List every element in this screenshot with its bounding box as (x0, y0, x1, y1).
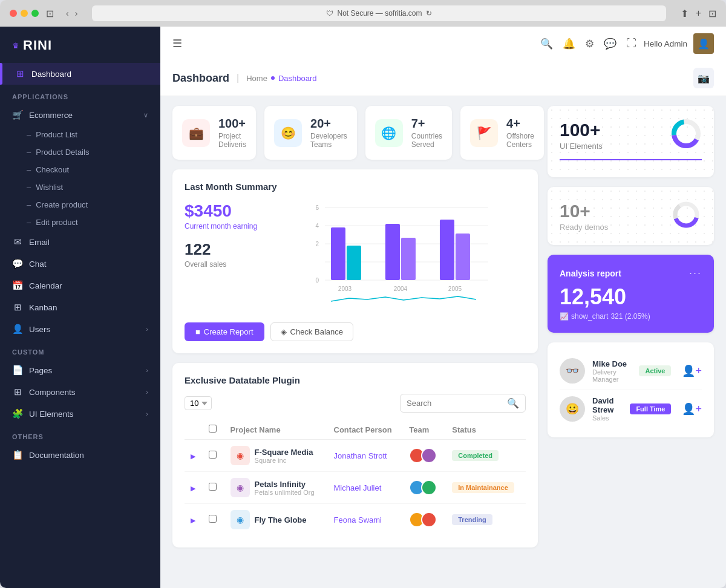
traffic-lights (10, 10, 39, 17)
right-column: 100+ UI Elements (548, 106, 714, 578)
status-badge: Trending (452, 514, 492, 525)
svg-rect-9 (331, 227, 345, 280)
maximize-button[interactable] (31, 10, 39, 17)
content-area: 💼 100+ Project Deliveris 😊 20+ Developer… (160, 96, 726, 588)
sidebar-item-dashboard[interactable]: ⊞ Dashboard (0, 63, 160, 85)
logo-crown-icon: ♛ (12, 41, 19, 50)
sidebar-item-ecommerce[interactable]: 🛒 Ecommerce ∨ (0, 104, 160, 126)
status-badge: In Maintainance (452, 482, 514, 493)
back-icon[interactable]: ‹ (66, 8, 69, 18)
sidebar-item-calendar[interactable]: 📅 Calendar (0, 275, 160, 296)
table-row: ▶ ◉ Petals Infinity Petals unlimited Org… (185, 472, 526, 504)
settings-icon[interactable]: ⚙ (585, 38, 594, 50)
section-custom: Custom (0, 340, 160, 359)
sidebar-toggle-icon[interactable]: ⊡ (46, 8, 54, 19)
search-input[interactable] (407, 399, 503, 408)
share-icon[interactable]: ⬆ (681, 8, 688, 19)
analysis-card: Analysis report ··· 12,540 📈 show_chart … (548, 255, 714, 333)
sidebar-item-checkout[interactable]: – Checkout (0, 161, 160, 178)
browser-actions: ⬆ + ⊡ (681, 8, 716, 19)
forward-icon[interactable]: › (75, 8, 78, 18)
sidebar-item-users[interactable]: 👤 Users › (0, 318, 160, 340)
col-team: Team (403, 420, 446, 440)
ui-elements-value: 100+ (560, 120, 603, 140)
analysis-sub: 📈 show_chart 321 (2.05%) (560, 312, 702, 321)
camera-icon[interactable]: 📷 (693, 68, 714, 88)
row-expand-icon[interactable]: ▶ (191, 452, 195, 460)
chevron-right-icon2: › (146, 367, 148, 374)
new-tab-icon[interactable]: + (696, 8, 701, 19)
svg-text:0: 0 (315, 277, 319, 284)
sidebar-item-pages[interactable]: 📄 Pages › (0, 359, 160, 381)
demos-value: 10+ (560, 201, 608, 221)
row-checkbox[interactable] (209, 451, 217, 459)
team-avatar (421, 448, 437, 463)
sidebar-item-product-details[interactable]: – Product Details (0, 143, 160, 161)
sidebar-item-email[interactable]: ✉ Email (0, 231, 160, 253)
contact-link[interactable]: Michael Juliet (334, 483, 382, 492)
sidebar-item-create-product[interactable]: – Create product (0, 196, 160, 214)
avatar[interactable]: 👤 (693, 33, 714, 54)
page-size-input[interactable]: 10 25 50 (185, 396, 212, 410)
member-badge-1: Active (639, 365, 671, 376)
page-title: Dashboard (172, 72, 229, 85)
add-member-icon-1[interactable]: 👤+ (682, 364, 702, 377)
chevron-right-icon3: › (146, 388, 148, 396)
more-options-icon[interactable]: ··· (689, 267, 702, 279)
col-status: Status (446, 420, 526, 440)
contact-link[interactable]: Jonathan Strott (334, 451, 387, 460)
row-expand-icon[interactable]: ▶ (191, 485, 195, 492)
browser-window: ⊡ ‹ › 🛡 Not Secure — sofritia.com ↻ ⬆ + … (0, 0, 726, 588)
member-avatar-2: 😀 (560, 396, 585, 422)
sidebar-item-ui-elements[interactable]: 🧩 UI Elements › (0, 403, 160, 425)
tab-overview-icon[interactable]: ⊡ (708, 8, 716, 19)
search-icon2: 🔍 (507, 397, 519, 409)
refresh-icon[interactable]: ↻ (426, 9, 432, 18)
member-role-2: Sales (592, 414, 623, 422)
sidebar-item-documentation[interactable]: 📋 Documentation (0, 444, 160, 466)
pie-chart (670, 118, 702, 152)
stat-card-developers: 😊 20+ Developers Teams (264, 106, 357, 160)
row-checkbox[interactable] (209, 515, 217, 523)
fullscreen-icon[interactable]: ⛶ (626, 38, 636, 50)
sidebar-item-wishlist[interactable]: – Wishlist (0, 178, 160, 196)
select-all-checkbox[interactable] (209, 425, 217, 433)
sidebar-item-chat[interactable]: 💬 Chat (0, 253, 160, 275)
row-checkbox[interactable] (209, 483, 217, 491)
logo: ♛ RINI (0, 27, 160, 63)
sidebar-item-components[interactable]: ⊞ Components › (0, 381, 160, 403)
sidebar-item-product-list[interactable]: – Product List (0, 126, 160, 143)
member-avatar-1: 👓 (560, 358, 585, 384)
sidebar: ♛ RINI ⊞ Dashboard Applications 🛒 Ecomme… (0, 27, 160, 588)
analysis-value: 12,540 (560, 284, 702, 310)
team-avatar (421, 480, 437, 495)
page-size-selector[interactable]: 10 25 50 (185, 396, 212, 410)
check-balance-button[interactable]: ◈ Check Balance (270, 322, 353, 341)
dashboard-label: Dashboard (31, 70, 71, 79)
hamburger-menu-icon[interactable]: ☰ (172, 37, 182, 50)
ui-elements-icon: 🧩 (12, 408, 23, 419)
url-text: Not Secure — sofritia.com (337, 9, 422, 18)
table-search-box[interactable]: 🔍 (400, 394, 526, 413)
sidebar-item-edit-product[interactable]: – Edit product (0, 214, 160, 231)
team-member-2: 😀 David Strew Sales Full Time 👤+ (560, 390, 702, 428)
kanban-icon: ⊞ (12, 302, 23, 313)
browser-titlebar: ⊡ ‹ › 🛡 Not Secure — sofritia.com ↻ ⬆ + … (0, 0, 726, 27)
summary-buttons: ■ Create Report ◈ Check Balance (185, 322, 526, 341)
chevron-right-icon: › (146, 325, 148, 333)
chat-bubble-icon[interactable]: 💬 (604, 38, 616, 50)
globe-icon: 🌐 (375, 119, 403, 147)
security-icon: 🛡 (326, 9, 333, 18)
row-expand-icon[interactable]: ▶ (191, 517, 195, 524)
bell-icon[interactable]: 🔔 (563, 38, 575, 50)
developers-value: 20+ (310, 117, 347, 131)
datatable-card: Exclusive Datatable Plugin 10 25 50 (172, 363, 538, 547)
search-icon[interactable]: 🔍 (540, 38, 553, 50)
create-report-button[interactable]: ■ Create Report (185, 322, 264, 341)
sidebar-item-kanban[interactable]: ⊞ Kanban (0, 296, 160, 318)
add-member-icon-2[interactable]: 👤+ (682, 402, 702, 416)
contact-link[interactable]: Feona Swami (334, 515, 382, 524)
address-bar[interactable]: 🛡 Not Secure — sofritia.com ↻ (92, 5, 666, 21)
close-button[interactable] (10, 10, 17, 17)
minimize-button[interactable] (21, 10, 28, 17)
